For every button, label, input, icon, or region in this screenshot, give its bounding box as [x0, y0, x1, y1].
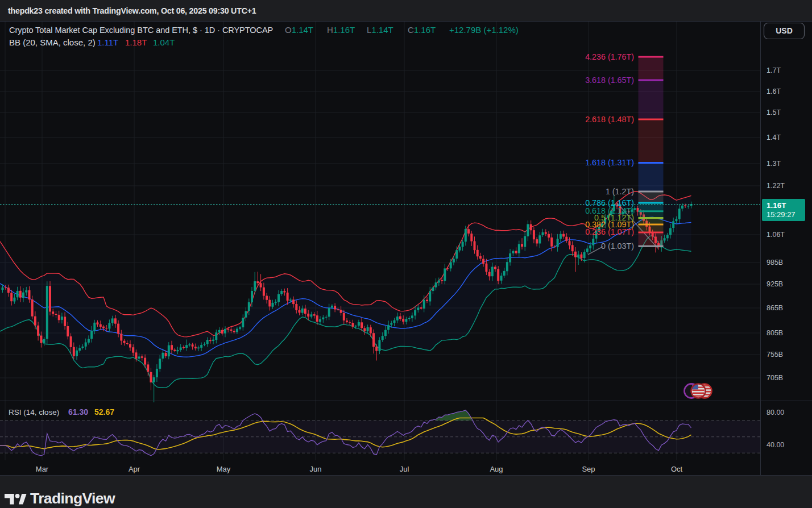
- svg-text:1.5T: 1.5T: [767, 109, 781, 116]
- svg-text:Jul: Jul: [400, 465, 409, 473]
- svg-text:O1.14T: O1.14T: [285, 25, 313, 35]
- svg-text:755B: 755B: [767, 351, 783, 359]
- svg-text:1.06T: 1.06T: [767, 231, 785, 239]
- svg-text:1.7T: 1.7T: [767, 66, 781, 74]
- svg-text:865B: 865B: [767, 304, 783, 312]
- svg-text:1.618 (1.31T): 1.618 (1.31T): [585, 158, 634, 167]
- svg-text:USD: USD: [776, 26, 793, 35]
- svg-text:80.00: 80.00: [767, 409, 784, 417]
- svg-text:C1.16T: C1.16T: [408, 25, 436, 35]
- svg-text:thepdk23 created with TradingV: thepdk23 created with TradingView.com, O…: [8, 6, 256, 15]
- svg-text:805B: 805B: [767, 329, 783, 337]
- svg-text:Mar: Mar: [36, 465, 49, 473]
- svg-text:1.18T: 1.18T: [125, 38, 147, 47]
- svg-text:Oct: Oct: [671, 465, 683, 473]
- svg-text:15:29:27: 15:29:27: [767, 210, 796, 219]
- svg-text:61.30: 61.30: [68, 407, 88, 417]
- svg-text:1.3T: 1.3T: [767, 160, 781, 168]
- svg-text:40.00: 40.00: [767, 441, 784, 449]
- svg-text:Crypto Total Market Cap Exclud: Crypto Total Market Cap Excluding BTC an…: [9, 26, 273, 35]
- svg-text:RSI (14, close): RSI (14, close): [9, 408, 59, 417]
- svg-text:May: May: [217, 465, 231, 473]
- svg-text:1.6T: 1.6T: [767, 88, 781, 95]
- svg-text:985B: 985B: [767, 259, 783, 267]
- svg-text:2.618 (1.48T): 2.618 (1.48T): [585, 115, 634, 124]
- svg-text:52.67: 52.67: [94, 407, 114, 417]
- svg-text:1.04T: 1.04T: [153, 38, 175, 47]
- svg-text:Apr: Apr: [129, 465, 140, 473]
- svg-text:705B: 705B: [767, 374, 783, 382]
- svg-text:TradingView: TradingView: [30, 490, 115, 507]
- svg-text:1 (1.2T): 1 (1.2T): [606, 187, 634, 196]
- svg-text:925B: 925B: [767, 280, 783, 288]
- svg-text:+12.79B (+1.12%): +12.79B (+1.12%): [449, 25, 519, 35]
- svg-text:Jun: Jun: [310, 465, 322, 473]
- svg-text:Sep: Sep: [582, 465, 595, 473]
- svg-text:4.236 (1.76T): 4.236 (1.76T): [585, 52, 634, 61]
- svg-text:0.786 (1.16T): 0.786 (1.16T): [585, 198, 634, 207]
- svg-text:3.618 (1.65T): 3.618 (1.65T): [585, 76, 634, 85]
- svg-text:Aug: Aug: [490, 465, 503, 473]
- svg-text:1.16T: 1.16T: [767, 201, 786, 210]
- svg-text:0.236 (1.07T): 0.236 (1.07T): [585, 227, 634, 236]
- svg-text:H1.16T: H1.16T: [327, 25, 355, 35]
- svg-text:1.22T: 1.22T: [767, 182, 785, 190]
- svg-text:0 (1.03T): 0 (1.03T): [601, 241, 634, 251]
- svg-text:1.11T: 1.11T: [97, 38, 118, 47]
- svg-text:BB (20, SMA, close, 2): BB (20, SMA, close, 2): [9, 38, 96, 47]
- svg-text:1.4T: 1.4T: [767, 134, 781, 141]
- svg-text:L1.14T: L1.14T: [367, 25, 393, 35]
